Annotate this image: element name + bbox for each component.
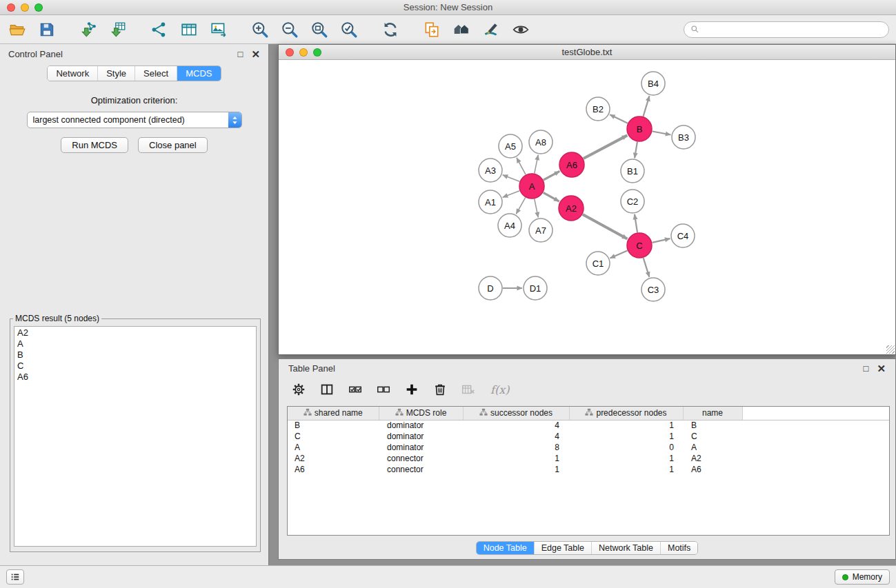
table-row[interactable]: Adominator80A xyxy=(288,442,889,453)
network-canvas[interactable]: B4B2BB3A5A8A6B1A3AC2A1A2A4A7C4CC1C3DD1 xyxy=(279,60,895,354)
graph-edge[interactable] xyxy=(653,239,670,243)
table-cell[interactable]: 1 xyxy=(569,453,683,464)
import-network-icon[interactable] xyxy=(78,19,99,40)
export-image-icon[interactable] xyxy=(208,19,229,40)
graph-node-D1[interactable]: D1 xyxy=(524,276,547,300)
table-cell[interactable]: 1 xyxy=(569,431,683,442)
table-cell[interactable]: A xyxy=(288,442,379,453)
graph-node-B4[interactable]: B4 xyxy=(641,72,665,95)
network-table-icon[interactable] xyxy=(179,19,199,40)
graph-node-B2[interactable]: B2 xyxy=(586,97,610,121)
delete-row-icon[interactable] xyxy=(431,381,449,398)
show-columns-icon[interactable] xyxy=(318,381,336,398)
run-mcds-button[interactable]: Run MCDS xyxy=(61,137,128,153)
network-canvas-svg[interactable]: B4B2BB3A5A8A6B1A3AC2A1A2A4A7C4CC1C3DD1 xyxy=(279,60,895,354)
graph-node-C1[interactable]: C1 xyxy=(586,252,610,275)
table-cell[interactable]: connector xyxy=(379,464,463,475)
deselect-all-icon[interactable] xyxy=(375,381,392,398)
float-table-panel-icon[interactable]: □ xyxy=(864,364,869,373)
result-item[interactable]: B xyxy=(14,349,256,361)
column-header-mcds-role[interactable]: MCDS role xyxy=(379,407,463,420)
table-cell[interactable]: dominator xyxy=(379,420,463,431)
graph-edge[interactable] xyxy=(635,142,637,159)
table-cell[interactable]: B xyxy=(288,420,379,431)
graph-node-C[interactable]: C xyxy=(627,233,652,258)
graph-edge[interactable] xyxy=(544,192,559,201)
column-header-shared-name[interactable]: shared name xyxy=(288,407,379,420)
column-header-name[interactable]: name xyxy=(683,407,742,420)
table-cell[interactable]: A6 xyxy=(288,464,379,475)
close-network-window-button[interactable] xyxy=(286,48,294,57)
graph-edge[interactable] xyxy=(644,96,650,116)
float-panel-icon[interactable]: □ xyxy=(238,50,243,59)
graph-edge[interactable] xyxy=(610,251,627,258)
zoom-selected-icon[interactable] xyxy=(339,19,359,40)
graph-edge[interactable] xyxy=(544,171,560,180)
table-cell[interactable]: A6 xyxy=(683,464,742,475)
table-cell[interactable]: B xyxy=(683,420,742,431)
graph-edge[interactable] xyxy=(503,191,520,197)
tab-style[interactable]: Style xyxy=(97,66,135,81)
tab-mcds[interactable]: MCDS xyxy=(177,66,220,81)
minimize-app-button[interactable] xyxy=(21,3,29,12)
graph-node-A5[interactable]: A5 xyxy=(499,134,522,158)
table-cell[interactable]: 4 xyxy=(463,431,569,442)
zoom-fit-icon[interactable] xyxy=(309,19,330,40)
table-cell[interactable]: 8 xyxy=(463,442,569,453)
graph-edge[interactable] xyxy=(503,175,520,181)
table-cell[interactable]: 1 xyxy=(569,420,683,431)
graph-node-B1[interactable]: B1 xyxy=(621,159,644,183)
graph-node-C4[interactable]: C4 xyxy=(671,224,695,247)
graph-node-A8[interactable]: A8 xyxy=(529,130,552,154)
result-item[interactable]: A2 xyxy=(14,327,256,338)
network-window-titlebar[interactable]: testGlobe.txt xyxy=(279,45,895,60)
refresh-view-icon[interactable] xyxy=(380,19,401,40)
zoom-out-icon[interactable] xyxy=(279,19,300,40)
zoom-app-button[interactable] xyxy=(34,3,43,12)
zoom-in-icon[interactable] xyxy=(250,19,270,40)
save-session-icon[interactable] xyxy=(37,19,57,40)
table-cell[interactable]: 1 xyxy=(569,464,683,475)
graph-edge[interactable] xyxy=(584,135,628,159)
table-cell[interactable]: 4 xyxy=(463,420,569,431)
resize-grip[interactable] xyxy=(886,345,895,354)
task-history-button[interactable] xyxy=(6,569,24,585)
table-cell[interactable]: connector xyxy=(379,453,463,464)
graph-node-A6[interactable]: A6 xyxy=(559,152,584,177)
graph-node-A2[interactable]: A2 xyxy=(559,196,584,221)
annotations-icon[interactable] xyxy=(481,19,501,40)
table-cell[interactable]: A xyxy=(683,442,742,453)
graph-edge[interactable] xyxy=(516,198,525,214)
tab-node-table[interactable]: Node Table xyxy=(477,542,534,554)
graph-node-C3[interactable]: C3 xyxy=(641,278,665,301)
search-input[interactable] xyxy=(703,25,882,34)
settings-gear-icon[interactable] xyxy=(290,381,308,398)
close-table-panel-icon[interactable]: ✕ xyxy=(877,364,886,373)
import-table-icon[interactable] xyxy=(108,19,128,40)
graph-edge[interactable] xyxy=(517,158,526,174)
mcds-result-list[interactable]: A2ABCA6 xyxy=(14,326,257,547)
zoom-network-window-button[interactable] xyxy=(313,48,321,57)
graph-node-A3[interactable]: A3 xyxy=(479,159,502,182)
graph-edge[interactable] xyxy=(535,199,538,218)
table-row[interactable]: Cdominator41C xyxy=(288,431,889,442)
tab-select[interactable]: Select xyxy=(135,66,177,81)
function-builder-icon[interactable]: f(x) xyxy=(488,383,509,396)
graph-node-A1[interactable]: A1 xyxy=(479,190,502,214)
table-cell[interactable]: C xyxy=(683,431,742,442)
tab-network-table[interactable]: Network Table xyxy=(591,542,660,554)
copy-current-view-icon[interactable] xyxy=(421,19,442,40)
table-cell[interactable]: 1 xyxy=(463,453,569,464)
table-row[interactable]: A6connector11A6 xyxy=(288,464,889,475)
tab-motifs[interactable]: Motifs xyxy=(660,542,697,554)
graph-node-A4[interactable]: A4 xyxy=(498,214,521,237)
close-panel-button[interactable]: Close panel xyxy=(138,137,208,153)
table-cell[interactable]: 0 xyxy=(569,442,683,453)
criterion-dropdown[interactable]: largest connected component (directed) xyxy=(27,112,242,128)
graph-edge[interactable] xyxy=(644,258,650,277)
show-hide-panel-icon[interactable] xyxy=(510,19,531,40)
close-app-button[interactable] xyxy=(7,3,15,12)
graph-node-D[interactable]: D xyxy=(479,276,502,300)
select-all-icon[interactable] xyxy=(346,381,364,398)
graph-node-B3[interactable]: B3 xyxy=(672,125,695,149)
